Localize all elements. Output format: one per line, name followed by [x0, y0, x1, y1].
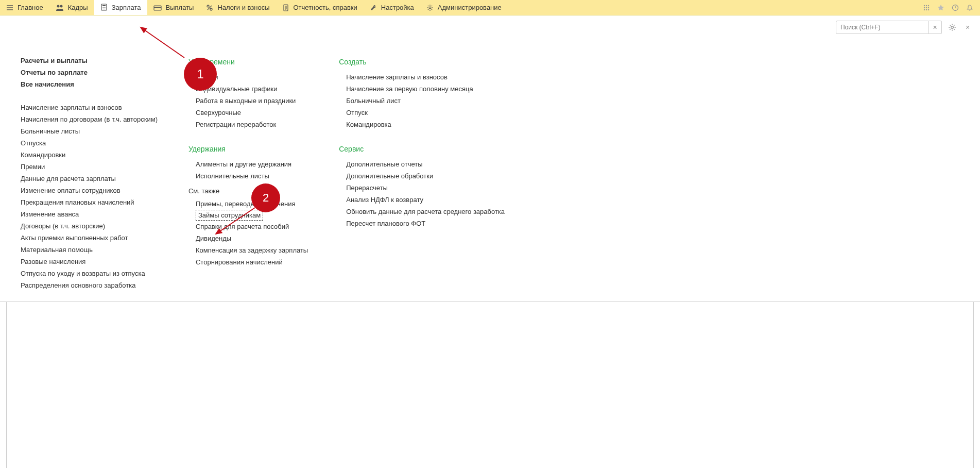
people-icon	[56, 4, 64, 11]
nav-taxes[interactable]: Налоги и взносы	[200, 0, 276, 15]
arrow-1	[138, 25, 190, 61]
link-item[interactable]: Обновить данные для расчета среднего зар…	[346, 206, 505, 218]
col-calculations: Расчеты и выплаты Отчеты по зарплате Все…	[21, 55, 158, 296]
link-item[interactable]: Изменение аванса	[21, 208, 158, 220]
nav-label: Налоги и взносы	[217, 4, 269, 11]
link-item[interactable]: Премии	[21, 161, 158, 173]
link-item[interactable]: Начисление зарплаты и взносов	[346, 71, 505, 83]
svg-point-16	[924, 5, 925, 6]
link-item[interactable]: Больничный лист	[346, 95, 505, 107]
link-item[interactable]: Пересчет планового ФОТ	[346, 218, 505, 229]
svg-point-9	[105, 9, 106, 10]
svg-point-21	[928, 7, 929, 8]
link-item[interactable]: Командировки	[21, 149, 158, 161]
link-calculations-payments[interactable]: Расчеты и выплаты	[21, 55, 158, 66]
close-icon[interactable]: ×	[962, 22, 973, 32]
svg-point-15	[429, 7, 431, 9]
link-item[interactable]: Сторнирования начислений	[196, 256, 308, 268]
link-item[interactable]: Начисление за первую половину месяца	[346, 83, 505, 95]
link-item[interactable]: Больничные листы	[21, 125, 158, 137]
svg-point-5	[104, 7, 105, 8]
link-item[interactable]: Разовые начисления	[21, 256, 158, 268]
svg-point-12	[207, 5, 209, 7]
nav-salary[interactable]: Зарплата	[94, 0, 147, 15]
doc-icon	[282, 4, 289, 11]
svg-point-7	[102, 9, 104, 10]
svg-rect-3	[102, 5, 106, 6]
main-content: 1 2 Расчеты и выплаты Отчеты по зарплате…	[0, 34, 980, 302]
topbar-right	[921, 0, 980, 15]
top-nav: Главное Кадры Зарплата Выплаты Налоги и …	[0, 0, 980, 15]
calc-icon	[100, 4, 108, 11]
link-item[interactable]: Договоры (в т.ч. авторские)	[21, 220, 158, 232]
link-item[interactable]: Регистрации переработок	[196, 119, 308, 130]
svg-point-20	[926, 7, 927, 8]
nav-personnel[interactable]: Кадры	[49, 0, 94, 15]
link-item[interactable]: Компенсация за задержку зарплаты	[196, 244, 308, 256]
bell-icon[interactable]	[965, 3, 975, 13]
search-clear-button[interactable]: ×	[929, 21, 942, 34]
svg-point-22	[924, 9, 925, 10]
marker-2: 2	[251, 183, 280, 212]
link-item[interactable]: Сверхурочные	[196, 107, 308, 119]
link-item[interactable]: Дополнительные обработки	[346, 170, 505, 182]
nav-admin[interactable]: Администрирование	[420, 0, 508, 15]
link-item[interactable]: Командировка	[346, 119, 505, 130]
svg-point-26	[951, 26, 954, 29]
bottom-pane	[6, 302, 974, 468]
svg-line-27	[141, 27, 184, 58]
link-item[interactable]: Анализ НДФЛ к возврату	[346, 194, 505, 206]
nav-payments[interactable]: Выплаты	[147, 0, 200, 15]
svg-point-0	[57, 5, 59, 7]
svg-point-13	[210, 8, 212, 10]
link-item[interactable]: Алименты и другие удержания	[196, 158, 308, 170]
nav-label: Отчетность, справки	[294, 4, 357, 11]
link-item[interactable]: Начисления по договорам (в т.ч. авторски…	[21, 113, 158, 125]
percent-icon	[206, 4, 213, 11]
menu-icon	[6, 4, 13, 11]
link-item[interactable]: Материальная помощь	[21, 244, 158, 256]
link-item[interactable]: Работа в выходные и праздники	[196, 95, 308, 107]
link-item[interactable]: Акты приемки выполненных работ	[21, 232, 158, 244]
link-item[interactable]: Исполнительные листы	[196, 170, 308, 182]
link-item[interactable]: Дополнительные отчеты	[346, 158, 505, 170]
svg-point-19	[924, 7, 925, 8]
section-subheader-seealso: См. также	[188, 182, 308, 198]
link-item[interactable]: Данные для расчета зарплаты	[21, 173, 158, 185]
settings-icon[interactable]	[947, 22, 957, 32]
nav-reports[interactable]: Отчетность, справки	[276, 0, 364, 15]
link-item[interactable]: Отпуска по уходу и возвраты из отпуска	[21, 268, 158, 279]
svg-point-17	[926, 5, 927, 6]
wrench-icon	[370, 4, 377, 11]
search-input[interactable]	[836, 21, 929, 34]
link-all-accruals[interactable]: Все начисления	[21, 78, 158, 90]
link-item[interactable]: Начисление зарплаты и взносов	[21, 102, 158, 113]
section-header-deductions: Удержания	[188, 142, 308, 158]
svg-line-28	[216, 208, 255, 234]
svg-point-18	[928, 5, 929, 6]
svg-point-23	[926, 9, 927, 10]
nav-label: Главное	[18, 4, 43, 11]
star-icon[interactable]	[936, 3, 946, 13]
link-item[interactable]: Отпуск	[346, 107, 505, 119]
link-salary-reports[interactable]: Отчеты по зарплате	[21, 66, 158, 78]
col-create-service: Создать Начисление зарплаты и взносов На…	[339, 55, 505, 296]
arrow-2	[213, 205, 259, 236]
link-item[interactable]: Распределения основного заработка	[21, 279, 158, 291]
svg-point-4	[102, 7, 104, 8]
nav-main[interactable]: Главное	[0, 0, 49, 15]
link-item[interactable]: Отпуска	[21, 137, 158, 149]
link-item[interactable]: Изменение оплаты сотрудников	[21, 185, 158, 196]
svg-rect-11	[154, 7, 161, 8]
link-item[interactable]: Перерасчеты	[346, 182, 505, 194]
svg-point-24	[928, 9, 929, 10]
svg-point-6	[105, 7, 106, 8]
marker-1: 1	[184, 58, 217, 91]
section-header-create: Создать	[339, 55, 505, 71]
grid-icon[interactable]	[921, 3, 932, 13]
nav-settings[interactable]: Настройка	[364, 0, 420, 15]
svg-point-8	[104, 9, 105, 10]
svg-rect-14	[284, 5, 288, 11]
link-item[interactable]: Прекращения плановых начислений	[21, 196, 158, 208]
history-icon[interactable]	[950, 3, 960, 13]
